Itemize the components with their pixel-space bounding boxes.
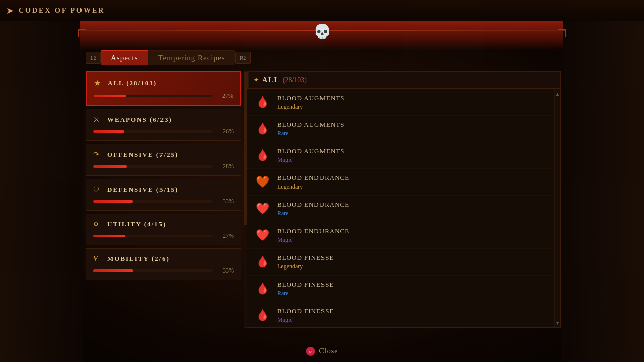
right-panel-header: ✦ ALL (28/103): [247, 71, 561, 88]
item-icon-blood-augments-magic: 🩸: [253, 146, 271, 164]
list-item[interactable]: 🩸 BLOOD AUGMENTS Magic: [247, 142, 554, 169]
weapons-icon: ⚔: [93, 115, 103, 124]
list-item[interactable]: 🩸 BLOOD FINESSE Magic: [247, 302, 554, 328]
defensive-progress-fill: [93, 200, 133, 203]
item-icon-blood-finesse-rare: 🩸: [253, 280, 271, 298]
item-name: BLOOD AUGMENTS: [277, 94, 345, 102]
right-scroll-down[interactable]: ▼: [555, 318, 560, 327]
defensive-progress-bg: [93, 200, 213, 203]
right-trigger-r2[interactable]: R2: [235, 52, 251, 64]
defensive-icon: 🛡: [93, 186, 103, 194]
list-item[interactable]: 🩸 BLOOD AUGMENTS Legendary: [247, 89, 554, 116]
item-name: BLOOD AUGMENTS: [277, 147, 345, 155]
right-header-title: ALL: [262, 76, 280, 84]
item-rarity: Legendary: [277, 183, 349, 191]
item-icon-blood-augments-rare: 🩸: [253, 120, 271, 138]
mobility-icon: V: [93, 255, 103, 263]
weapons-progress-fill: [93, 130, 124, 133]
list-item[interactable]: 🩸 BLOOD AUGMENTS Rare: [247, 116, 554, 142]
items-list: 🩸 BLOOD AUGMENTS Legendary 🩸 BLOOD AUGME…: [247, 89, 560, 328]
mobility-progress-fill: [93, 269, 133, 272]
item-name: BLOOD ENDURANCE: [277, 201, 349, 209]
right-header-icon: ✦: [253, 76, 259, 84]
category-mobility[interactable]: V MOBILITY (2/6) 33%: [86, 248, 242, 280]
mobility-progress-bg: [93, 269, 213, 272]
item-name: BLOOD FINESSE: [277, 254, 334, 262]
utility-progress-fill: [93, 235, 125, 237]
list-item[interactable]: 🩸 BLOOD FINESSE Rare: [247, 276, 554, 302]
offensive-icon: ↷: [93, 150, 103, 159]
defensive-progress-pct: 33%: [218, 198, 234, 205]
item-rarity: Legendary: [277, 103, 345, 111]
category-weapons[interactable]: ⚔ WEAPONS (6/23) 26%: [86, 109, 242, 141]
offensive-progress-fill: [93, 165, 127, 168]
item-icon-blood-augments-legendary: 🩸: [253, 93, 271, 111]
item-rarity: Magic: [277, 156, 345, 164]
weapons-progress-pct: 26%: [218, 128, 234, 135]
item-name: BLOOD FINESSE: [277, 281, 334, 289]
all-progress-fill: [94, 95, 126, 97]
right-list-container: 🩸 BLOOD AUGMENTS Legendary 🩸 BLOOD AUGME…: [247, 88, 561, 328]
right-art-bg: [561, 0, 644, 362]
category-utility-label: UTILITY (4/15): [107, 220, 166, 228]
right-panel: ✦ ALL (28/103) 🩸 BLOOD AUGMENTS Legendar…: [247, 71, 561, 328]
tab-tempering-recipes[interactable]: Tempering Recipes: [148, 50, 235, 65]
arrow-icon: ➤: [6, 5, 14, 16]
list-item[interactable]: ❤️ BLOOD ENDURANCE Magic: [247, 222, 554, 249]
left-trigger-l2[interactable]: L2: [86, 52, 101, 64]
corner-ornament-tr: [558, 29, 566, 37]
item-rarity: Rare: [277, 290, 334, 297]
category-offensive[interactable]: ↷ OFFENSIVE (7/25) 28%: [86, 144, 242, 176]
close-circle-icon: ○: [306, 347, 315, 356]
item-rarity: Rare: [277, 210, 349, 217]
item-name: BLOOD ENDURANCE: [277, 227, 349, 235]
left-art-bg: [0, 0, 83, 362]
content-area: ★ ALL (28/103) 27% ⚔ WEAPONS (6/23): [86, 71, 561, 328]
all-progress-pct: 27%: [217, 92, 233, 100]
category-mobility-label: MOBILITY (2/6): [107, 255, 170, 263]
weapons-progress-bg: [93, 130, 213, 133]
star-icon: ★: [94, 78, 104, 88]
left-panel: ★ ALL (28/103) 27% ⚔ WEAPONS (6/23): [86, 71, 242, 328]
item-rarity: Legendary: [277, 263, 334, 270]
skull-ornament: 💀: [312, 21, 332, 41]
right-scrollbar[interactable]: ▲ ▼: [554, 89, 560, 327]
category-defensive-label: DEFENSIVE (5/15): [107, 186, 178, 194]
item-name: BLOOD ENDURANCE: [277, 174, 349, 182]
item-rarity: Magic: [277, 236, 349, 244]
all-progress-bg: [94, 95, 212, 97]
list-item[interactable]: 🩸 BLOOD FINESSE Legendary: [247, 249, 554, 276]
mobility-progress-pct: 33%: [218, 267, 234, 275]
list-item[interactable]: ❤️ BLOOD ENDURANCE Legendary: [247, 169, 554, 196]
item-icon-blood-endurance-magic: ❤️: [253, 226, 271, 244]
item-icon-blood-endurance-rare: ❤️: [253, 200, 271, 218]
item-rarity: Rare: [277, 130, 345, 137]
close-button[interactable]: ○ Close: [306, 347, 338, 356]
window-title: CODEX OF POWER: [19, 7, 105, 15]
border-bottom: [78, 334, 566, 334]
right-header-count: (28/103): [283, 76, 307, 84]
item-name: BLOOD FINESSE: [277, 307, 334, 315]
utility-icon: ⚙: [93, 221, 103, 228]
tabs-container: L2 Aspects Tempering Recipes R2: [86, 50, 561, 65]
category-all[interactable]: ★ ALL (28/103) 27%: [86, 71, 242, 106]
close-label: Close: [319, 347, 338, 355]
category-defensive[interactable]: 🛡 DEFENSIVE (5/15) 33%: [86, 179, 242, 211]
utility-progress-bg: [93, 235, 213, 237]
item-rarity: Magic: [277, 316, 334, 324]
list-item[interactable]: ❤️ BLOOD ENDURANCE Rare: [247, 196, 554, 222]
top-banner: ➤ CODEX OF POWER: [0, 0, 644, 21]
category-all-label: ALL (28/103): [108, 79, 157, 87]
offensive-progress-bg: [93, 165, 213, 168]
tab-aspects[interactable]: Aspects: [101, 50, 148, 65]
main-content: L2 Aspects Tempering Recipes R2 ★ ALL (2…: [86, 50, 561, 332]
category-offensive-label: OFFENSIVE (7/25): [107, 151, 178, 159]
item-icon-blood-endurance-legendary: ❤️: [253, 173, 271, 191]
category-utility[interactable]: ⚙ UTILITY (4/15) 27%: [86, 214, 242, 245]
item-icon-blood-finesse-legendary: 🩸: [253, 253, 271, 271]
offensive-progress-pct: 28%: [218, 163, 234, 170]
category-weapons-label: WEAPONS (6/23): [107, 116, 172, 124]
right-scroll-up[interactable]: ▲: [555, 89, 560, 98]
item-name: BLOOD AUGMENTS: [277, 121, 345, 129]
utility-progress-pct: 27%: [218, 232, 234, 240]
